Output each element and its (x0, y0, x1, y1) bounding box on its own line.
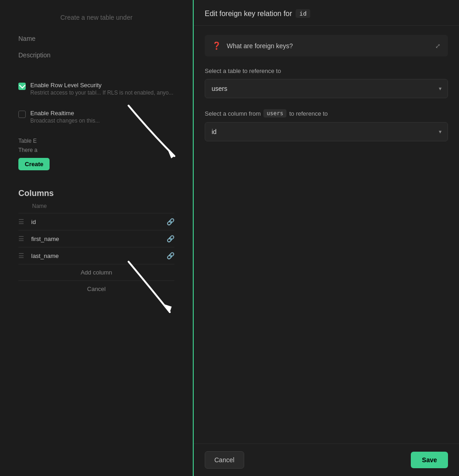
svg-marker-1 (163, 304, 172, 312)
rls-description: Restrict access to your tabl... If RLS i… (30, 90, 173, 96)
left-panel: Create a new table under Name Descriptio… (0, 0, 193, 476)
realtime-checkbox[interactable] (18, 111, 26, 118)
select-column-suffix: to reference to (289, 110, 328, 117)
add-column-button[interactable]: Add column (18, 264, 174, 280)
table-row: ☰ first_name 🔗 (18, 230, 174, 247)
create-button[interactable]: Create (18, 158, 50, 170)
name-label: Name (18, 35, 174, 42)
rls-label: Enable Row Level Security (30, 82, 173, 89)
table-row: ☰ id 🔗 (18, 213, 174, 230)
description-label: Description (18, 51, 174, 59)
rls-checkbox[interactable] (18, 83, 26, 90)
modal-title-prefix: Edit foreign key relation for (205, 10, 292, 18)
link-icon-first-name[interactable]: 🔗 (167, 235, 174, 242)
realtime-label: Enable Realtime (30, 110, 100, 117)
table-editor-label: Table E (18, 138, 174, 144)
select-table-label: Select a table to reference to (205, 67, 448, 74)
col-id: id (31, 218, 163, 225)
link-icon-id[interactable]: 🔗 (167, 218, 174, 225)
rls-text: Enable Row Level Security Restrict acces… (30, 82, 173, 96)
fk-info-text: What are foreign keys? (227, 42, 430, 50)
select-column-label: Select a column from users to reference … (205, 109, 448, 118)
help-icon: ❓ (212, 41, 221, 50)
left-panel-title: Create a new table under (18, 14, 174, 21)
drag-icon: ☰ (18, 235, 28, 242)
cancel-left-button[interactable]: Cancel (18, 280, 174, 297)
table-select-wrapper: users profiles orders ▾ (205, 79, 448, 98)
column-select-wrapper: id email created_at ▾ (205, 122, 448, 141)
columns-section: Columns Name ☰ id 🔗 ☰ first_name 🔗 ☰ las… (18, 189, 174, 297)
save-button[interactable]: Save (411, 452, 448, 468)
realtime-text: Enable Realtime Broadcast changes on thi… (30, 110, 100, 124)
modal-body: ❓ What are foreign keys? ⤢ Select a tabl… (194, 26, 459, 443)
fk-info-box[interactable]: ❓ What are foreign keys? ⤢ (205, 35, 448, 56)
select-column-prefix: Select a column from (205, 110, 261, 117)
drag-icon: ☰ (18, 252, 28, 259)
realtime-description: Broadcast changes on this... (30, 118, 100, 124)
modal-header: Edit foreign key relation for id (194, 0, 459, 26)
table-row: ☰ last_name 🔗 (18, 247, 174, 264)
cancel-button[interactable]: Cancel (205, 451, 244, 469)
there-a-label: There a (18, 147, 174, 153)
rls-section: Enable Row Level Security Restrict acces… (18, 82, 174, 96)
expand-icon: ⤢ (435, 42, 441, 50)
table-select[interactable]: users profiles orders (205, 79, 448, 98)
col-name-header: Name (18, 203, 174, 209)
col-first-name: first_name (31, 235, 163, 242)
link-icon-last-name[interactable]: 🔗 (167, 252, 174, 259)
modal-panel: Edit foreign key relation for id ❓ What … (193, 0, 459, 476)
column-table-badge: users (263, 109, 286, 118)
column-select[interactable]: id email created_at (205, 122, 448, 141)
modal-footer: Cancel Save (194, 443, 459, 476)
drag-icon: ☰ (18, 218, 28, 225)
realtime-section: Enable Realtime Broadcast changes on thi… (18, 110, 174, 124)
modal-column-badge: id (296, 9, 310, 18)
col-last-name: last_name (31, 252, 163, 259)
columns-title: Columns (18, 189, 174, 198)
